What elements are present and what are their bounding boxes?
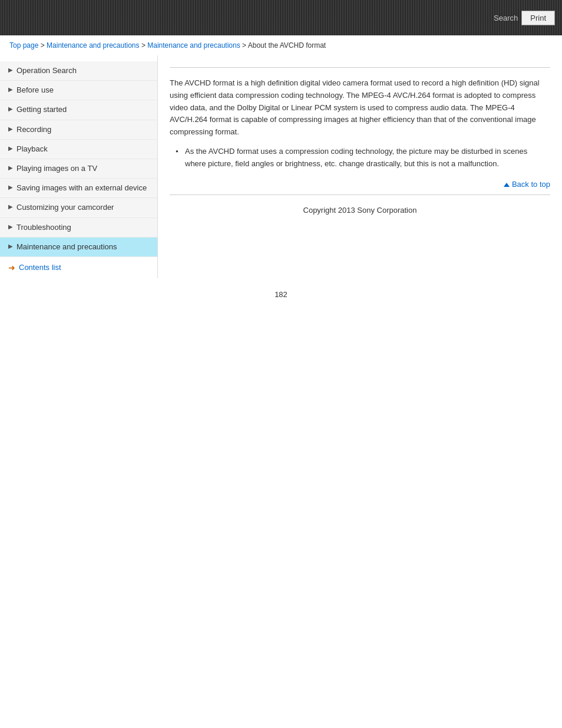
- breadcrumb: Top page > Maintenance and precautions >…: [0, 35, 562, 55]
- top-divider: [170, 67, 550, 68]
- sidebar-item-label: Recording: [16, 124, 151, 135]
- sidebar-item-label: Customizing your camcorder: [16, 202, 151, 213]
- chevron-right-icon: ▶: [8, 223, 13, 230]
- copyright: Copyright 2013 Sony Corporation: [170, 201, 550, 219]
- main-content: The AVCHD format is a high definition di…: [158, 55, 562, 278]
- sidebar-item-label: Getting started: [16, 104, 151, 115]
- chevron-right-icon: ▶: [8, 184, 13, 190]
- chevron-right-icon: ▶: [8, 86, 13, 93]
- contents-list-label: Contents list: [19, 263, 61, 272]
- breadcrumb-maintenance2[interactable]: Maintenance and precautions: [147, 41, 240, 50]
- breadcrumb-maintenance1[interactable]: Maintenance and precautions: [47, 41, 139, 50]
- chevron-right-icon: ▶: [8, 203, 13, 210]
- breadcrumb-current: About the AVCHD format: [248, 41, 326, 50]
- sidebar-item-label: Playing images on a TV: [16, 163, 151, 174]
- print-button[interactable]: Print: [521, 11, 555, 25]
- contents-list-link[interactable]: ➜Contents list: [0, 257, 157, 278]
- sidebar-item-label: Saving images with an external device: [16, 183, 151, 193]
- sidebar-item-saving-images[interactable]: ▶Saving images with an external device: [0, 179, 157, 198]
- sidebar-item-maintenance[interactable]: ▶Maintenance and precautions: [0, 238, 157, 257]
- sidebar-item-operation-search[interactable]: ▶Operation Search: [0, 61, 157, 81]
- chevron-right-icon: ▶: [8, 126, 13, 132]
- bullet-item: As the AVCHD format uses a compression c…: [176, 146, 550, 170]
- search-button[interactable]: Search: [494, 14, 518, 22]
- sidebar-item-recording[interactable]: ▶Recording: [0, 120, 157, 140]
- sidebar-item-troubleshooting[interactable]: ▶Troubleshooting: [0, 218, 157, 238]
- sidebar-item-getting-started[interactable]: ▶Getting started: [0, 100, 157, 120]
- arrow-right-icon: ➜: [8, 263, 15, 272]
- sidebar-item-before-use[interactable]: ▶Before use: [0, 81, 157, 100]
- sidebar-item-playback[interactable]: ▶Playback: [0, 140, 157, 159]
- chevron-right-icon: ▶: [8, 106, 13, 112]
- sidebar-item-label: Operation Search: [16, 65, 151, 76]
- sidebar-item-playing-images[interactable]: ▶Playing images on a TV: [0, 159, 157, 179]
- chevron-right-icon: ▶: [8, 164, 13, 171]
- sidebar-item-customizing[interactable]: ▶Customizing your camcorder: [0, 198, 157, 218]
- sidebar-item-label: Troubleshooting: [16, 222, 151, 233]
- back-to-top-link[interactable]: Back to top: [504, 180, 550, 189]
- back-to-top-icon: [504, 183, 510, 187]
- chevron-right-icon: ▶: [8, 145, 13, 151]
- chevron-right-icon: ▶: [8, 67, 13, 73]
- sidebar-item-label: Playback: [16, 144, 151, 154]
- sidebar-item-label: Before use: [16, 85, 151, 95]
- chevron-right-icon: ▶: [8, 243, 13, 249]
- breadcrumb-top[interactable]: Top page: [9, 41, 38, 50]
- intro-paragraph: The AVCHD format is a high definition di…: [170, 77, 550, 139]
- page-layout: ▶Operation Search▶Before use▶Getting sta…: [0, 55, 562, 278]
- back-to-top-container: Back to top: [170, 180, 550, 189]
- sidebar: ▶Operation Search▶Before use▶Getting sta…: [0, 55, 158, 278]
- footer-divider: [170, 195, 550, 195]
- page-number: 182: [0, 278, 562, 311]
- header: Search Print: [0, 0, 562, 35]
- sidebar-item-label: Maintenance and precautions: [16, 242, 151, 252]
